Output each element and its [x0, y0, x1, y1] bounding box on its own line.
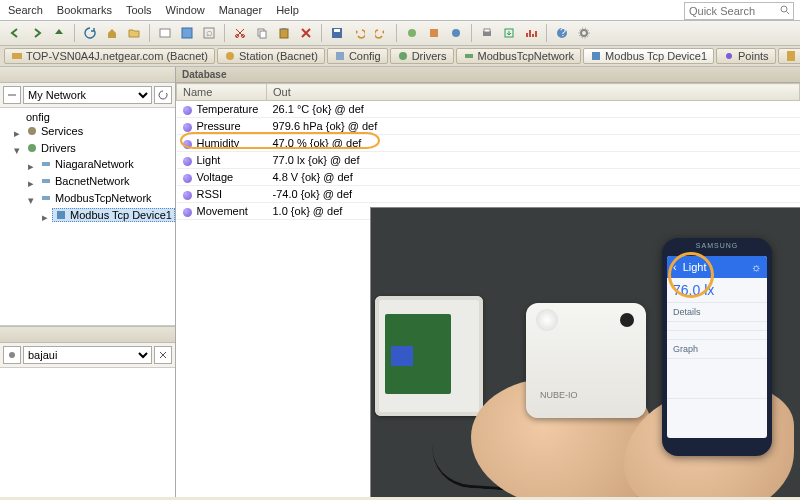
tool-b-button[interactable] [425, 24, 443, 42]
tree-node-selected[interactable]: Modbus Tcp Device1 [52, 208, 175, 222]
svg-rect-13 [334, 29, 340, 32]
device-brand-label: NUBE-IO [540, 390, 578, 400]
new-tab-button[interactable] [156, 24, 174, 42]
window-button[interactable] [178, 24, 196, 42]
nav-scope-select[interactable]: My Network [23, 86, 152, 104]
breadcrumb-item[interactable]: Config [327, 48, 388, 64]
device-icon [590, 50, 602, 62]
embedded-photo: NUBE-IO SAMSUNG ‹Light☼ 76.0 lx Details … [370, 207, 800, 497]
svg-rect-36 [42, 196, 50, 200]
sheet-icon [785, 50, 797, 62]
toolbar: ⌕ ? [0, 21, 800, 46]
phone-section: Details [667, 303, 767, 322]
tree-node[interactable]: NiagaraNetwork [38, 158, 136, 170]
print-button[interactable] [478, 24, 496, 42]
breadcrumb-item[interactable]: Modbus Tcp Device1 [583, 48, 714, 64]
breadcrumb-item[interactable]: Station (Bacnet) [217, 48, 325, 64]
svg-line-1 [787, 12, 790, 15]
palette-close-button[interactable] [154, 346, 172, 364]
sensor-device: NUBE-IO [526, 303, 646, 418]
nav-tree[interactable]: onfig ▸Services ▾Drivers ▸NiagaraNetwork… [0, 107, 175, 326]
menu-item[interactable]: Bookmarks [57, 4, 112, 16]
view-tab[interactable]: Modbus Cle [778, 48, 800, 64]
config-icon [334, 50, 346, 62]
export-button[interactable] [500, 24, 518, 42]
svg-rect-28 [465, 54, 473, 58]
tree-node[interactable]: Drivers [24, 142, 78, 154]
phone-screen-title: Light [683, 261, 707, 273]
back-button[interactable] [6, 24, 24, 42]
svg-rect-34 [42, 162, 50, 166]
svg-rect-15 [430, 29, 438, 37]
network-icon [40, 175, 52, 187]
svg-point-25 [226, 52, 234, 60]
menu-item[interactable]: Manager [219, 4, 262, 16]
paste-button[interactable] [275, 24, 293, 42]
svg-text:⌕: ⌕ [206, 27, 213, 38]
refresh-button[interactable] [81, 24, 99, 42]
cut-button[interactable] [231, 24, 249, 42]
palette-select[interactable]: bajaui [23, 346, 152, 364]
menu-item[interactable]: Tools [126, 4, 152, 16]
drivers-icon [26, 142, 38, 154]
undo-button[interactable] [350, 24, 368, 42]
col-out[interactable]: Out [267, 84, 800, 101]
tool-a-button[interactable] [403, 24, 421, 42]
point-icon [183, 191, 192, 200]
tree-node[interactable]: onfig [24, 111, 52, 123]
search-icon [780, 5, 790, 15]
settings-button[interactable] [575, 24, 593, 42]
svg-rect-18 [484, 29, 490, 32]
svg-point-22 [581, 30, 587, 36]
table-row[interactable]: Voltage4.8 V {ok} @ def [177, 169, 800, 186]
tree-node[interactable]: BacnetNetwork [38, 175, 132, 187]
palette-header [0, 327, 175, 343]
gear-icon [26, 125, 38, 137]
svg-rect-24 [12, 53, 22, 59]
menu-item[interactable]: Help [276, 4, 299, 16]
svg-point-0 [781, 6, 787, 12]
table-row[interactable]: Humidity47.0 % {ok} @ def [177, 135, 800, 152]
delete-button[interactable] [297, 24, 315, 42]
device-icon [55, 209, 67, 221]
nav-collapse-button[interactable] [3, 86, 21, 104]
menu-item[interactable]: Search [8, 4, 43, 16]
breadcrumb-item[interactable]: TOP-VSN0A4J.netgear.com (Bacnet) [4, 48, 215, 64]
save-button[interactable] [328, 24, 346, 42]
table-row[interactable]: Pressure979.6 hPa {ok} @ def [177, 118, 800, 135]
breadcrumb: TOP-VSN0A4J.netgear.com (Bacnet) Station… [0, 46, 800, 67]
sun-icon: ☼ [751, 261, 761, 273]
table-row[interactable]: Light77.0 lx {ok} @ def [177, 152, 800, 169]
svg-rect-29 [592, 52, 600, 60]
find-button[interactable]: ⌕ [200, 24, 218, 42]
tree-node[interactable]: Services [24, 125, 85, 137]
menu-bar: Search Bookmarks Tools Window Manager He… [0, 0, 800, 21]
pir-dome-icon [536, 309, 558, 331]
redo-button[interactable] [372, 24, 390, 42]
up-button[interactable] [50, 24, 68, 42]
svg-rect-26 [336, 52, 344, 60]
tree-node[interactable]: ModbusTcpNetwork [38, 192, 154, 204]
table-row[interactable]: Temperature26.1 °C {ok} @ def [177, 101, 800, 118]
chart-button[interactable] [522, 24, 540, 42]
home-button[interactable] [103, 24, 121, 42]
copy-button[interactable] [253, 24, 271, 42]
breadcrumb-item[interactable]: ModbusTcpNetwork [456, 48, 582, 64]
palette-pin-button[interactable] [3, 346, 21, 364]
folder-button[interactable] [125, 24, 143, 42]
points-icon [723, 50, 735, 62]
network-icon [463, 50, 475, 62]
station-icon [11, 50, 23, 62]
breadcrumb-item[interactable]: Points [716, 48, 776, 64]
phone-section: Graph [667, 340, 767, 359]
forward-button[interactable] [28, 24, 46, 42]
nav-refresh-button[interactable] [154, 86, 172, 104]
breadcrumb-item[interactable]: Drivers [390, 48, 454, 64]
menu-item[interactable]: Window [166, 4, 205, 16]
col-name[interactable]: Name [177, 84, 267, 101]
svg-point-27 [399, 52, 407, 60]
tool-c-button[interactable] [447, 24, 465, 42]
table-row[interactable]: RSSI-74.0 {ok} @ def [177, 186, 800, 203]
help-button[interactable]: ? [553, 24, 571, 42]
quick-search-input[interactable] [684, 2, 794, 20]
